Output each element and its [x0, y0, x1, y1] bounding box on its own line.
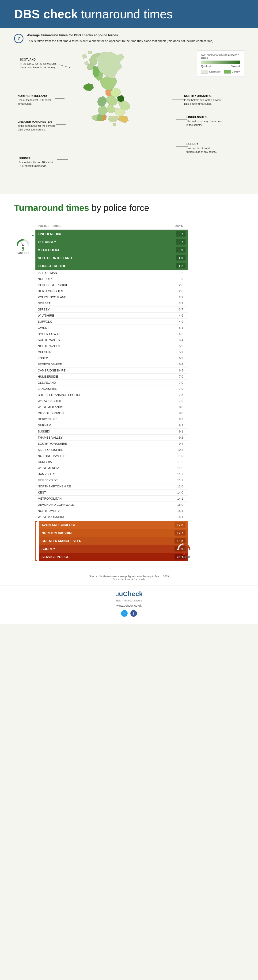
page-header: DBS check turnaround times	[0, 0, 258, 28]
table-row: SOUTH YORKSHIRE9.4	[35, 441, 188, 447]
footer-url: www.ucheck.co.uk	[14, 604, 244, 607]
row-name: DERBYSHIRE	[38, 417, 162, 421]
row-days: 9.2	[162, 436, 185, 439]
row-days: 14.0	[162, 491, 185, 494]
row-name: NORTH YORKSHIRE	[41, 531, 162, 535]
middle-rows: ISLE OF MAN1.2 NORFOLK1.9 GLOUCESTERSHIR…	[35, 270, 188, 520]
row-days: 9.1	[162, 430, 185, 433]
row-days: 1.9	[162, 277, 185, 281]
row-name: NORTHAMPTONSHIRE	[38, 485, 162, 488]
footer-tagline: Help · Protect · Secure	[14, 599, 244, 602]
callout-greater-manchester-line	[56, 123, 66, 128]
row-name: M.O.D POLICE	[38, 248, 162, 252]
table-row: POLICE SCOTLAND2.9	[35, 294, 188, 301]
table-row: LANCASHIRE7.0	[35, 386, 188, 392]
table-row: JERSEY3.7	[35, 307, 188, 313]
row-days: 11.7	[162, 473, 185, 476]
table-row: ISLE OF MAN1.2	[35, 270, 188, 276]
row-name: CAMBRIDGESHIRE	[38, 369, 162, 372]
table-row: GLOUCESTERSHIRE2.3	[35, 282, 188, 288]
row-name: CHESHIRE	[38, 350, 162, 354]
table-row: NORFOLK1.9	[35, 276, 188, 282]
table-header: POLICE FORCE DAYS	[35, 223, 188, 230]
turnaround-title: Turnaround times by police force	[14, 203, 244, 213]
table-row: SERVICE POLICE 26.1	[39, 553, 188, 561]
callout-lincolnshire: LINCOLNSHIRE The fastest average turnaro…	[187, 115, 224, 127]
map-wrapper: SCOTLAND In the top 10 for the fastest D…	[16, 48, 242, 186]
row-name: SURREY	[41, 547, 162, 551]
row-days: 8.0	[162, 405, 185, 409]
row-name: BEDFORDSHIRE	[38, 363, 162, 366]
row-days: 4.9	[162, 320, 185, 323]
table-row: LINCOLNSHIRE 0.7	[35, 230, 188, 238]
row-days: 4.6	[162, 314, 185, 317]
slowest-text: SLOWEST	[177, 556, 190, 558]
table-row: BRITISH TRANSPORT POLICE7.5	[35, 392, 188, 398]
row-days: 5.4	[162, 338, 185, 342]
callout-surrey: SURREY Has one the slowest turnarounds o…	[187, 142, 224, 154]
row-name: POLICE SCOTLAND	[38, 296, 162, 299]
info-icon: ?	[14, 34, 24, 43]
row-days: 12.6	[162, 485, 185, 488]
table-row: MERSEYSIDE11.7	[35, 477, 188, 484]
callout-scotland-line	[59, 62, 73, 72]
row-days: 5.2	[162, 332, 185, 336]
table-row: CLEVELAND7.0	[35, 380, 188, 386]
table-row: HAMPSHIRE11.7	[35, 471, 188, 477]
row-days-badge: 1.0	[176, 255, 185, 261]
row-days: 2.6	[162, 290, 185, 293]
row-name: SUFFOLK	[38, 320, 162, 323]
slowest-bracket-line	[35, 521, 37, 561]
row-name: METROPOLITAN	[38, 497, 162, 500]
table-row: GUERNSEY 0.7	[35, 238, 188, 246]
row-days: 5.9	[162, 350, 185, 354]
table-row: SUSSEX9.1	[35, 428, 188, 434]
fastest-label: 5 FASTEST	[14, 223, 32, 255]
footer-social-icons: 🐦 f	[14, 610, 244, 617]
svg-line-0	[59, 65, 71, 68]
svg-line-8	[21, 242, 23, 245]
facebook-icon[interactable]: f	[130, 610, 137, 617]
col-police-force-header: POLICE FORCE	[38, 224, 162, 228]
row-name: KENT	[38, 491, 162, 494]
twitter-icon[interactable]: 🐦	[121, 610, 128, 617]
source-section: Source: UK Government average figures fr…	[0, 570, 258, 585]
row-days: 5.9	[162, 344, 185, 348]
callout-north-yorkshire: NORTH YORKSHIRE In the bottom five for t…	[184, 94, 223, 106]
row-days: 8.0	[162, 411, 185, 415]
row-days: 15.0	[162, 503, 185, 506]
table-row: LEICESTERSHIRE 1.2	[35, 262, 188, 270]
slowest-section: AVON AND SOMERSET 17.5 NORTH YORKSHIRE 1…	[35, 521, 188, 561]
slowest-number: 5	[182, 550, 185, 556]
table-row: WEST YORKSHIRE15.1	[35, 514, 188, 520]
row-days-badge: 17.5	[174, 522, 185, 528]
table-row: HERTFORDSHIRE2.6	[35, 288, 188, 294]
table-row: DERBYSHIRE8.3	[35, 416, 188, 422]
callout-scotland: SCOTLAND In the top 10 for the fastest D…	[20, 57, 59, 70]
row-name: THAMES VALLEY	[38, 436, 162, 439]
table-row: CITY OF LONDON8.0	[35, 410, 188, 416]
row-name: NOTTINGHAMSHIRE	[38, 454, 162, 458]
row-name: WEST YORKSHIRE	[38, 515, 162, 519]
turnaround-section: Turnaround times by police force 5 FASTE…	[0, 194, 258, 570]
row-days: 11.2	[162, 460, 185, 464]
footer: uuCheck Help · Protect · Secure www.uche…	[0, 585, 258, 624]
row-name: ESSEX	[38, 356, 162, 360]
row-days: 14.1	[162, 497, 185, 500]
uk-map-svg	[63, 51, 162, 184]
row-name: DYFED-POWYS	[38, 332, 162, 336]
table-row: NORTHERN IRELAND 1.0	[35, 254, 188, 262]
table-row: AVON AND SOMERSET 17.5	[39, 521, 188, 529]
row-name: SERVICE POLICE	[41, 555, 162, 559]
row-days: 7.0	[162, 381, 185, 384]
info-text: Average turnaround times for DBS checks …	[27, 33, 214, 43]
row-days: 8.3	[162, 423, 185, 427]
table-row: WEST MERCIA11.6	[35, 465, 188, 471]
row-days: 6.3	[162, 356, 185, 360]
row-name: STAFFORDSHIRE	[38, 448, 162, 452]
police-table: POLICE FORCE DAYS LINCOLNSHIRE 0.7 GUERN…	[35, 223, 188, 561]
callout-northern-ireland: NORTHERN IRELAND One of the fastest DBS …	[17, 94, 56, 106]
row-days: 9.4	[162, 442, 185, 445]
row-name: WARWICKSHIRE	[38, 399, 162, 403]
row-name: MERSEYSIDE	[38, 479, 162, 482]
